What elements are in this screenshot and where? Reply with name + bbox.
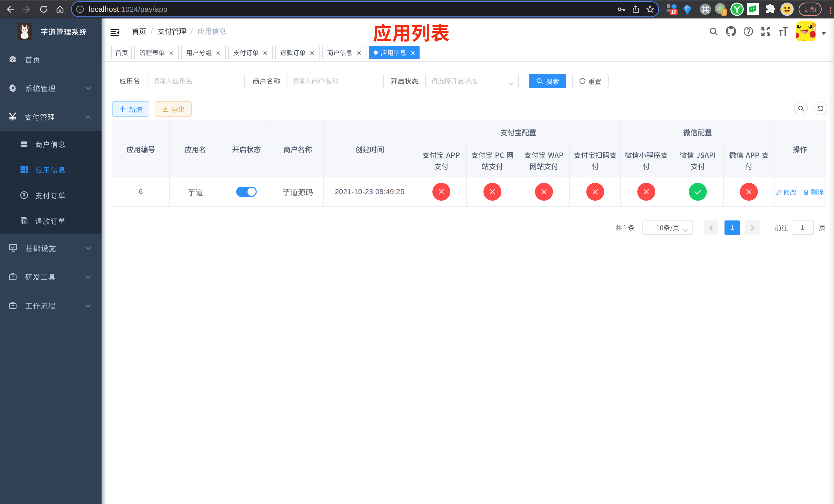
svg-text:1: 1 [722, 9, 725, 15]
svg-text:10: 10 [671, 9, 676, 15]
